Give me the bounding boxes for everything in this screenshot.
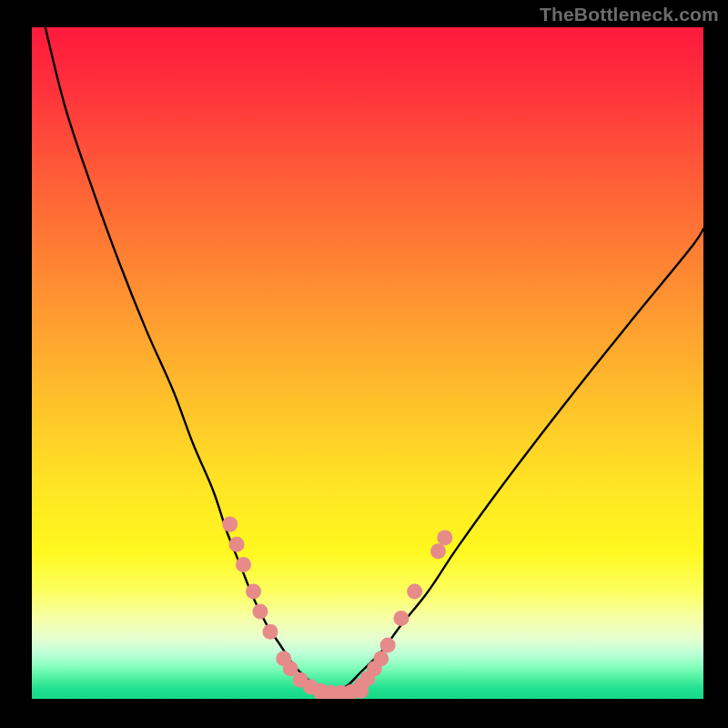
data-dot (252, 604, 268, 620)
curve-left-curve (46, 27, 321, 693)
data-dot (437, 530, 452, 545)
data-dot (229, 537, 245, 552)
watermark-text: TheBottleneck.com (540, 4, 719, 25)
chart-stage: TheBottleneck.com (0, 0, 728, 728)
data-dot (393, 611, 409, 626)
data-dot (246, 583, 261, 599)
curve-group (46, 27, 703, 693)
data-dot (373, 651, 389, 666)
dot-group (222, 517, 452, 699)
data-dot (236, 557, 251, 572)
data-dot (407, 583, 422, 599)
data-dot (222, 517, 238, 532)
curve-right-curve (334, 228, 703, 692)
data-dot (262, 624, 278, 640)
data-dot (380, 637, 396, 652)
data-dot (430, 543, 446, 559)
plot-area (32, 27, 703, 699)
curve-layer (32, 27, 703, 699)
